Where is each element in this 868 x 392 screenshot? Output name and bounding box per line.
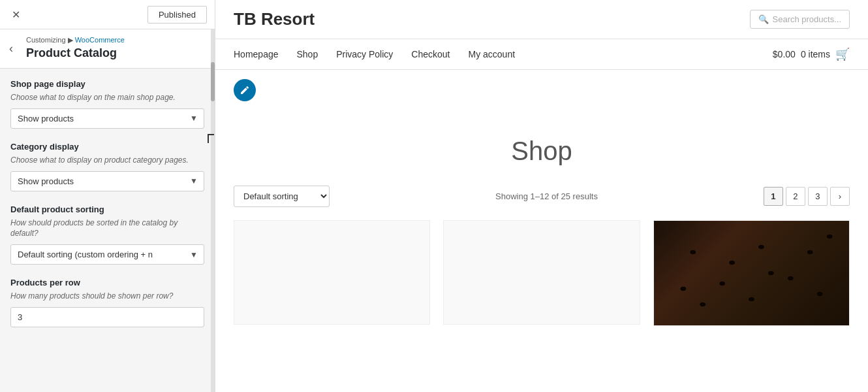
default-sorting-select[interactable]: Default sorting (custom ordering + n Pop… — [10, 244, 204, 265]
shop-page-display-group: Shop page display Choose what to display… — [10, 79, 204, 129]
scrollbar-thumb[interactable] — [211, 62, 215, 101]
page-1-button[interactable]: 1 — [764, 187, 783, 206]
preview-panel: TB Resort 🔍 Search products... Homepage … — [215, 0, 868, 392]
product-card — [443, 220, 640, 325]
edit-pencil-icon[interactable] — [234, 79, 256, 101]
site-title: TB Resort — [234, 9, 315, 29]
default-sorting-label: Default product sorting — [10, 204, 204, 214]
shop-page-display-select-wrapper: Show products Show categories Show categ… — [10, 108, 204, 129]
breadcrumb: Customizing ▶ WooCommerce Product Catalo… — [0, 29, 215, 69]
products-per-row-desc: How many products should be shown per ro… — [10, 291, 204, 302]
customizing-label: Customizing — [26, 36, 66, 44]
products-grid — [234, 220, 850, 326]
category-display-desc: Choose what to display on product catego… — [10, 155, 204, 166]
page-3-button[interactable]: 3 — [808, 187, 828, 206]
category-display-group: Category display Choose what to display … — [10, 142, 204, 191]
customizer-topbar: ✕ Published — [0, 0, 215, 29]
pagination: 1 2 3 › — [764, 187, 850, 206]
panel-content: Shop page display Choose what to display… — [0, 69, 215, 392]
default-sorting-group: Default product sorting How should produ… — [10, 204, 204, 265]
shop-toolbar: Default sorting Popularity Average ratin… — [234, 186, 850, 207]
category-display-label: Category display — [10, 142, 204, 152]
scrollbar-track — [211, 29, 215, 392]
cart-items: 0 items — [801, 49, 830, 59]
cart-price: $0.00 — [773, 49, 796, 59]
results-count: Showing 1–12 of 25 results — [495, 191, 598, 201]
nav-shop[interactable]: Shop — [297, 49, 318, 59]
published-button[interactable]: Published — [147, 6, 207, 24]
nav-bar: Homepage Shop Privacy Policy Checkout My… — [215, 39, 868, 70]
site-header: TB Resort 🔍 Search products... — [215, 0, 868, 39]
sort-select[interactable]: Default sorting Popularity Average ratin… — [234, 186, 330, 207]
nav-my-account[interactable]: My account — [469, 49, 516, 59]
cart-icon[interactable]: 🛒 — [835, 47, 850, 61]
product-image-coffee — [654, 221, 849, 325]
shop-page-display-select[interactable]: Show products Show categories Show categ… — [10, 108, 204, 129]
woocommerce-link[interactable]: WooCommerce — [75, 36, 125, 44]
main-content: Shop Default sorting Popularity Average … — [215, 110, 868, 392]
product-card — [234, 220, 430, 325]
nav-homepage[interactable]: Homepage — [234, 49, 279, 59]
products-per-row-input[interactable] — [10, 307, 204, 327]
nav-privacy[interactable]: Privacy Policy — [336, 49, 393, 59]
category-display-select[interactable]: Show products Show subcategories Show su… — [10, 171, 204, 191]
nav-checkout[interactable]: Checkout — [411, 49, 450, 59]
product-card-coffee — [653, 220, 850, 326]
default-sorting-desc: How should products be sorted in the cat… — [10, 218, 204, 240]
default-sorting-select-wrapper: Default sorting (custom ordering + n Pop… — [10, 244, 204, 265]
shop-page-display-desc: Choose what to display on the main shop … — [10, 92, 204, 103]
shop-heading: Shop — [234, 110, 850, 186]
category-display-select-wrapper: Show products Show subcategories Show su… — [10, 171, 204, 191]
back-button[interactable]: ‹ — [7, 39, 16, 58]
search-box[interactable]: 🔍 Search products... — [750, 10, 850, 29]
close-button[interactable]: ✕ — [8, 6, 24, 24]
nav-links: Homepage Shop Privacy Policy Checkout My… — [234, 49, 515, 59]
coffee-beans-visual — [654, 221, 849, 325]
shop-page-display-label: Shop page display — [10, 79, 204, 89]
breadcrumb-arrow: ▶ — [68, 36, 75, 44]
next-page-button[interactable]: › — [830, 187, 850, 206]
search-placeholder: Search products... — [773, 14, 842, 24]
products-per-row-label: Products per row — [10, 278, 204, 287]
page-2-button[interactable]: 2 — [786, 187, 805, 206]
products-per-row-group: Products per row How many products shoul… — [10, 278, 204, 327]
panel-title: Product Catalog — [26, 46, 204, 60]
breadcrumb-line: Customizing ▶ WooCommerce — [26, 36, 204, 44]
cart-section: $0.00 0 items 🛒 — [773, 47, 850, 61]
search-icon: 🔍 — [758, 14, 769, 24]
customizer-panel: ✕ Published ‹ Customizing ▶ WooCommerce … — [0, 0, 215, 392]
